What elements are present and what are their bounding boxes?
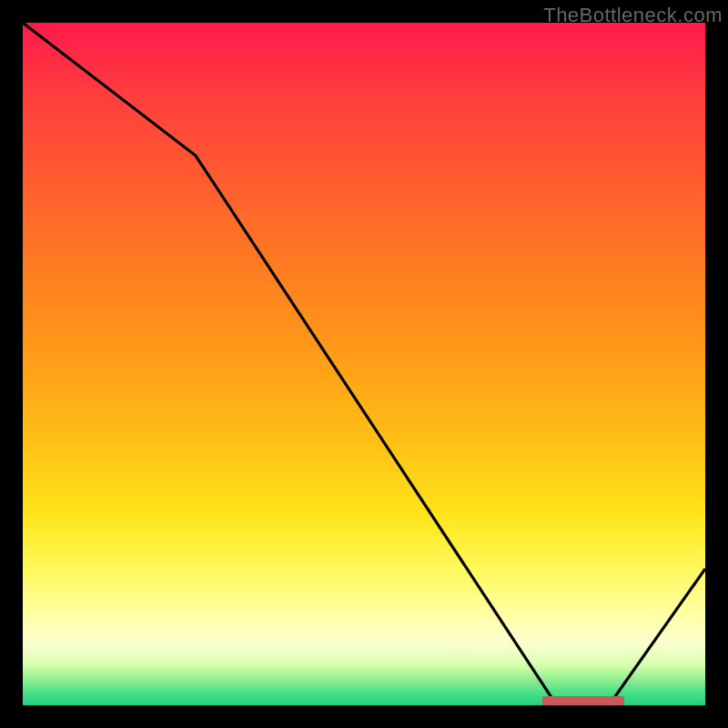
optimal-zone-marker [542, 696, 624, 705]
curve-path [23, 23, 705, 702]
bottleneck-curve [23, 23, 705, 705]
chart-container: TheBottleneck.com [0, 0, 728, 728]
watermark-text: TheBottleneck.com [543, 4, 723, 27]
plot-area [23, 23, 705, 705]
